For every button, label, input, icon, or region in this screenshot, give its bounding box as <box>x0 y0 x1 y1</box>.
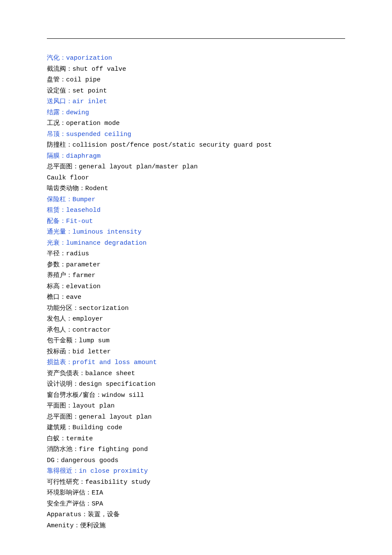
vocab-entry: 结露：dewing <box>47 107 345 119</box>
vocab-entry: 送风口：air inlet <box>47 96 345 107</box>
vocab-entry: 截流阀：shut off valve <box>47 64 345 75</box>
vocab-entry: 白蚁：termite <box>47 434 345 445</box>
vocab-entry: 参数：parameter <box>47 260 345 271</box>
vocab-entry: 防撞柱：collision post/fence post/static sec… <box>47 140 345 151</box>
vocab-entry: 租赁：leasehold <box>47 205 345 216</box>
vocab-entry: 投标函：bid letter <box>47 347 345 358</box>
header-dots: . . <box>178 35 261 41</box>
vocab-entry: 环境影响评估：EIA <box>47 488 345 499</box>
vocab-entry: 建筑规：Building code <box>47 422 345 434</box>
vocab-entry: 消防水池：fire fighting pond <box>47 444 345 455</box>
vocab-entry: 可行性研究：feasibility study <box>47 477 345 488</box>
vocab-entry: 保险杠：Bumper <box>47 194 345 205</box>
vocab-entry: 发包人：employer <box>47 314 345 325</box>
vocab-entry: Apparatus：装置，设备 <box>47 509 345 520</box>
vocab-entry: 损益表：profit and loss amount <box>47 357 345 368</box>
vocab-entry: 窗台劈水板/窗台：window sill <box>47 390 345 401</box>
vocab-entry: 资产负债表：balance sheet <box>47 368 345 379</box>
vocab-entry: 包干金额：lump sum <box>47 335 345 347</box>
vocab-entry: 总平面图：general layout plan <box>47 412 345 423</box>
vocab-entry: 光衰：luminance degradation <box>47 238 345 249</box>
header-rule: . . <box>47 38 345 39</box>
vocab-entry: 工况：operation mode <box>47 118 345 129</box>
vocab-entry: Caulk floor <box>47 173 345 184</box>
vocab-entry: 檐口：eave <box>47 292 345 303</box>
vocab-entry: DG：dangerous goods <box>47 455 345 466</box>
vocab-entry: 配备：Fit-out <box>47 216 345 227</box>
document-page: . . 汽化：vaporization截流阀：shut off valve盘管：… <box>0 0 392 555</box>
vocabulary-list: 汽化：vaporization截流阀：shut off valve盘管：coil… <box>47 53 345 531</box>
vocab-entry: 安全生产评估：SPA <box>47 499 345 510</box>
vocab-entry: 承包人：contractor <box>47 325 345 336</box>
vocab-entry: 汽化：vaporization <box>47 53 345 64</box>
vocab-entry: 通光量：luminous intensity <box>47 227 345 238</box>
vocab-entry: 吊顶：suspended ceiling <box>47 129 345 140</box>
vocab-entry: 养殖户：farmer <box>47 270 345 281</box>
vocab-entry: 功能分区：sectorization <box>47 303 345 314</box>
vocab-entry: Amenity：便利设施 <box>47 520 345 532</box>
vocab-entry: 平面图：layout plan <box>47 401 345 412</box>
vocab-entry: 设计说明：design specification <box>47 379 345 390</box>
vocab-entry: 标高：elevation <box>47 281 345 292</box>
vocab-entry: 总平面图：general layout plan/master plan <box>47 162 345 173</box>
vocab-entry: 设定值：set point <box>47 86 345 97</box>
vocab-entry: 靠得很近：in close proximity <box>47 466 345 477</box>
vocab-entry: 半径：radius <box>47 249 345 260</box>
vocab-entry: 盘管：coil pipe <box>47 75 345 86</box>
vocab-entry: 啮齿类动物：Rodent <box>47 183 345 194</box>
vocab-entry: 隔膜：diaphragm <box>47 151 345 162</box>
